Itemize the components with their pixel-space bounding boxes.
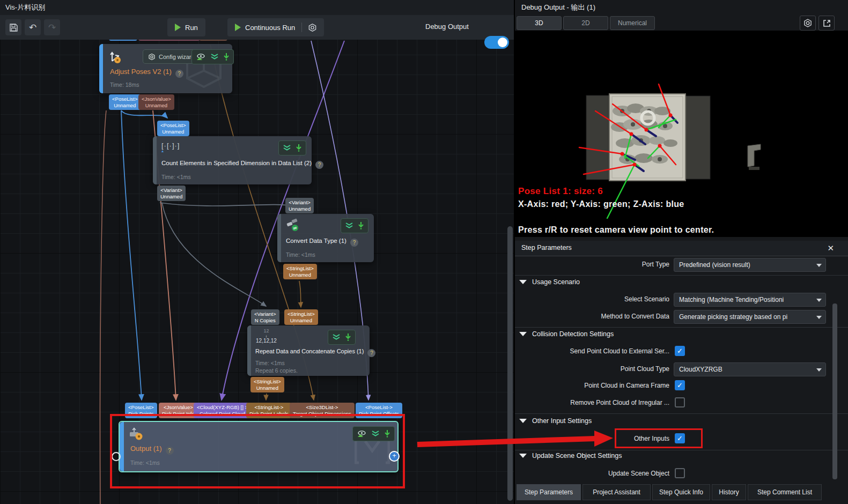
port-repeat-out[interactable]: <StringList>Unnamed: [250, 377, 284, 392]
port-repeat-in-stringlist[interactable]: <StringList>Unnamed: [284, 309, 318, 325]
output-right-connector[interactable]: +: [389, 451, 400, 462]
continuous-run-button[interactable]: Continuous Run: [227, 18, 324, 36]
camera-hint-overlay: Press r/R to reset camera view point to …: [518, 225, 714, 235]
node-count-elements[interactable]: [·[·]·]▴ Count Elements in Specified Dim…: [153, 136, 312, 184]
port-target-object-dimensions[interactable]: <Size3DList->Target Object Dimensions: [290, 403, 355, 418]
close-icon[interactable]: ✕: [827, 243, 834, 253]
other-inputs-label: Other Inputs: [515, 435, 669, 442]
node-adjust-poses[interactable]: Config wizard Adjust Poses V2 (1)? Time:…: [99, 44, 232, 93]
collapse-triangle-icon: [519, 419, 527, 423]
point-cloud-camera-checkbox[interactable]: ✓: [675, 380, 685, 390]
section-usage-scenario[interactable]: Usage Scenario: [519, 278, 580, 286]
tab-numerical[interactable]: Numerical: [610, 16, 655, 30]
canvas-scrollbar[interactable]: [507, 226, 513, 501]
node-title: Output (1)?: [130, 444, 174, 455]
send-point-cloud-checkbox[interactable]: ✓: [675, 346, 685, 356]
output-left-connector[interactable]: [112, 452, 121, 461]
help-badge[interactable]: ?: [367, 349, 375, 357]
node-accent-stripe: [247, 325, 251, 376]
port-pick-point-labels[interactable]: <StringList->Pick Point Labels: [246, 403, 292, 418]
port-type-select[interactable]: Predefined (vision result): [674, 258, 826, 272]
port-type-label: Port Type: [515, 261, 669, 268]
play-icon: [175, 24, 181, 31]
download-arrow-icon: [385, 430, 390, 438]
update-scene-object-label: Update Scene Object: [515, 470, 669, 477]
select-scenario-select[interactable]: Matching (Machine Tending/Positioni: [674, 293, 826, 307]
section-collision-detection[interactable]: Collision Detection Settings: [519, 330, 614, 338]
tab-step-quick-info[interactable]: Step Quick Info: [652, 484, 710, 500]
node-convert-data-type[interactable]: ⇄ Convert Data Type (1)? Time: <1ms: [277, 214, 374, 262]
tab-2d[interactable]: 2D: [563, 16, 608, 30]
other-inputs-checkbox[interactable]: ✓: [675, 433, 685, 443]
node-action-icons[interactable]: [328, 330, 356, 345]
collapse-chevron-icon: [372, 431, 379, 437]
port-repeat-in-ncopies[interactable]: <Variant>N Copies: [251, 309, 279, 325]
help-badge[interactable]: ?: [166, 447, 174, 455]
collapse-chevron-icon: [345, 223, 353, 229]
gear-icon: [149, 54, 155, 60]
node-action-icons[interactable]: [352, 426, 395, 441]
redo-icon: ↷: [48, 22, 56, 33]
node-time: Time: <1ms: [286, 251, 315, 258]
send-point-cloud-label: Send Point Cloud to External Ser...: [515, 347, 669, 355]
node-output[interactable]: Output (1)? Time: <1ms: [119, 421, 399, 472]
port-count-in[interactable]: <PoseList>Unnamed: [157, 121, 189, 136]
node-accent-stripe: [153, 136, 157, 184]
node-action-icons[interactable]: [278, 140, 306, 155]
download-arrow-icon: [296, 144, 301, 152]
help-badge[interactable]: ?: [315, 161, 323, 169]
gear-icon[interactable]: [308, 24, 316, 32]
section-other-input[interactable]: Other Input Settings: [519, 417, 592, 425]
output-icon: [129, 427, 143, 441]
tab-history[interactable]: History: [712, 484, 746, 500]
port-count-out[interactable]: <Variant>Unnamed: [157, 186, 186, 201]
node-action-icons[interactable]: [341, 218, 368, 233]
point-cloud-type-select[interactable]: CloudXYZRGB: [674, 362, 826, 376]
parameters-scrollbar[interactable]: [832, 303, 837, 479]
run-button[interactable]: Run: [167, 18, 205, 36]
help-badge[interactable]: ?: [350, 239, 358, 247]
step-parameters-header: Step Parameters: [515, 241, 848, 256]
port-pick-point-info[interactable]: <JsonValue>Pick Point Info: [159, 403, 198, 418]
update-scene-object-checkbox[interactable]: ✓: [675, 468, 685, 478]
tab-3d[interactable]: 3D: [517, 16, 562, 30]
graph-canvas[interactable]: Unnamed Pose Confidence Values Unnamed C…: [0, 15, 514, 504]
collapse-triangle-icon: [519, 454, 527, 458]
node-repeat-data[interactable]: 12 ↓ 12,12,12 Repeat Data and Concatenat…: [247, 325, 370, 376]
collapse-chevron-icon: [283, 145, 291, 151]
debug-output-toggle[interactable]: [484, 36, 509, 49]
undo-button[interactable]: ↶: [25, 19, 41, 35]
debug-panel-title: Debug Output - 输出 (1): [521, 3, 595, 12]
port-convert-out[interactable]: <StringList>Unnamed: [283, 264, 317, 279]
node-title: Count Elements in Specified Dimension in…: [161, 160, 323, 169]
port-poselist-unnamed-out[interactable]: <PoseList>Unnamed: [109, 94, 141, 110]
redo-button[interactable]: ↷: [44, 19, 60, 35]
axis-legend-overlay: X-Axis: red; Y-Axis: green; Z-Axis: blue: [518, 199, 684, 209]
open-external-button[interactable]: [818, 16, 835, 31]
port-jsonvalue-unnamed-out[interactable]: <JsonValue>Unnamed: [138, 94, 174, 110]
method-convert-label: Method to Convert Data: [515, 313, 669, 320]
port-convert-in[interactable]: <Variant>Unnamed: [285, 198, 314, 213]
section-update-scene[interactable]: Update Scene Object Settings: [519, 452, 622, 459]
remove-point-cloud-checkbox[interactable]: ✓: [675, 397, 685, 407]
node-time: Time: <1ms: [255, 360, 285, 366]
node-accent-stripe: [120, 422, 124, 471]
save-button[interactable]: [5, 19, 21, 35]
port-pick-point-offsets[interactable]: <PoseList->Pick Point Offsets: [356, 403, 402, 418]
gear-icon: [803, 19, 812, 27]
repeat-data-icon: 12 ↓ 12,12,12: [256, 329, 277, 344]
tab-step-parameters[interactable]: Step Parameters: [517, 484, 581, 500]
toolbar: ↶ ↷ Run Continuous Run Debug Output: [0, 15, 514, 40]
port-pick-points[interactable]: <PoseList>Pick Points: [125, 403, 157, 418]
view-settings-button[interactable]: [800, 16, 816, 31]
chevron-down-icon: [816, 316, 822, 319]
port-colored-point-cloud[interactable]: <Cloud(XYZ-RGB) [] >Colored Point Cloud: [194, 403, 251, 418]
node-action-icons[interactable]: [191, 49, 234, 64]
node-time: Time: <1ms: [130, 459, 160, 466]
node-note: Repeat 6 copies.: [255, 367, 298, 374]
remove-point-cloud-label: Remove Point Cloud of Irregular ...: [515, 399, 669, 406]
tab-step-comment-list[interactable]: Step Comment List: [748, 484, 822, 500]
method-convert-select[interactable]: Generate picking strategy based on pi: [674, 310, 826, 324]
tab-project-assistant[interactable]: Project Assistant: [582, 484, 651, 500]
help-badge[interactable]: ?: [175, 70, 183, 78]
